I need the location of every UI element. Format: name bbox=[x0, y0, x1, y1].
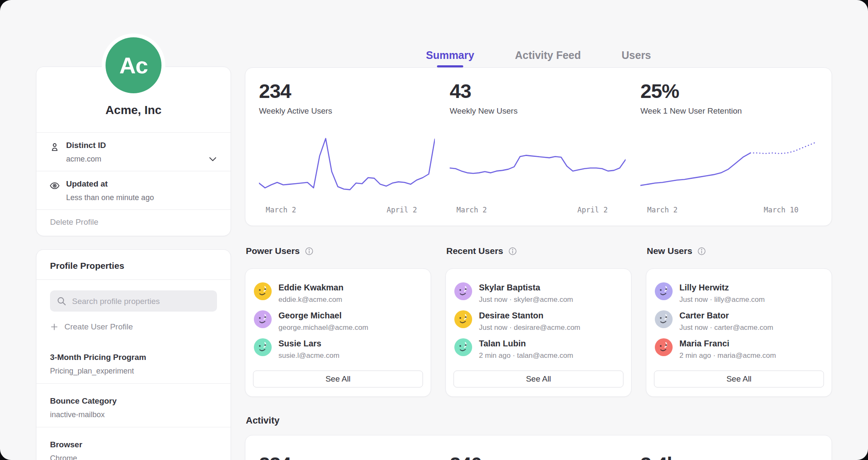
profile-field-list: Distinct IDacme.comUpdated atLess than o… bbox=[36, 132, 231, 234]
chevron-down-icon[interactable] bbox=[208, 154, 218, 164]
x-axis-start-label: March 2 bbox=[647, 206, 678, 214]
profile-field-updated-at: Updated atLess than one minute ago bbox=[36, 171, 231, 210]
property-name: 3-Month Pricing Program bbox=[50, 353, 217, 362]
profile-field-label: Updated at bbox=[66, 179, 217, 189]
user-list-item[interactable]: Desirae StantonJust now · desirare@acme.… bbox=[454, 310, 622, 332]
property-value: Pricing_plan_experiment bbox=[50, 367, 217, 376]
tab-bar: SummaryActivity FeedUsers bbox=[245, 47, 832, 67]
user-avatar bbox=[254, 310, 272, 328]
profile-field-value: acme.com bbox=[66, 155, 217, 164]
activity-stat-value: 240 bbox=[450, 454, 626, 460]
see-all-button[interactable]: See All bbox=[453, 371, 623, 388]
stat-label: Weekly New Users bbox=[450, 106, 626, 116]
user-info: Lilly HerwitzJust now · lilly@acme.com bbox=[679, 282, 765, 304]
x-axis-end-label: April 2 bbox=[577, 206, 608, 214]
see-all-button[interactable]: See All bbox=[253, 371, 423, 388]
activity-stat: 240 bbox=[450, 454, 626, 460]
x-axis-start-label: March 2 bbox=[456, 206, 487, 214]
user-name: Skylar Baptista bbox=[479, 282, 573, 293]
see-all-button[interactable]: See All bbox=[654, 371, 824, 388]
summary-stats-card: 234Weekly Active UsersMarch 2April 243We… bbox=[245, 67, 832, 226]
line-chart-week-1-new-user-retention bbox=[640, 133, 816, 200]
user-avatar bbox=[454, 310, 472, 328]
property-value: Chrome bbox=[50, 454, 217, 460]
x-axis-start-label: March 2 bbox=[266, 206, 296, 214]
user-detail: george.michael@acme.com bbox=[278, 323, 368, 332]
user-list-card: Skylar BaptistaJust now · skyler@acme.co… bbox=[445, 268, 632, 397]
tab-summary[interactable]: Summary bbox=[425, 47, 475, 67]
section-title: Recent Users bbox=[446, 246, 503, 256]
profile-field-label: Distinct ID bbox=[66, 141, 217, 150]
activity-stats-card: 2342403.4k bbox=[245, 435, 832, 460]
user-list-card: Eddie Kwakmaneddie.k@acme.comGeorge Mich… bbox=[245, 268, 431, 397]
info-icon[interactable] bbox=[508, 246, 517, 256]
stat-label: Weekly Active Users bbox=[259, 106, 435, 116]
line-chart-weekly-new-users bbox=[450, 133, 626, 200]
profile-properties-search[interactable] bbox=[50, 290, 217, 312]
activity-section-title: Activity bbox=[246, 415, 279, 426]
user-name: Susie Lars bbox=[278, 338, 339, 348]
summary-stat-weekly-new-users: 43Weekly New UsersMarch 2April 2 bbox=[450, 81, 626, 226]
user-list-card: Lilly HerwitzJust now · lilly@acme.comCa… bbox=[646, 268, 832, 397]
user-list-item[interactable]: Lilly HerwitzJust now · lilly@acme.com bbox=[655, 282, 822, 304]
chart-x-axis: March 2April 2 bbox=[450, 206, 626, 214]
activity-stat-value: 234 bbox=[259, 454, 435, 460]
user-detail: eddie.k@acme.com bbox=[278, 296, 343, 304]
profile-field-distinct-id[interactable]: Distinct IDacme.com bbox=[36, 133, 231, 171]
user-info: Skylar BaptistaJust now · skyler@acme.co… bbox=[479, 282, 573, 304]
user-name: Desirae Stanton bbox=[479, 310, 580, 321]
property-row-browser[interactable]: BrowserChrome bbox=[36, 427, 231, 460]
summary-stat-week-1-new-user-retention: 25%Week 1 New User RetentionMarch 2March… bbox=[640, 81, 816, 226]
eye-icon bbox=[49, 180, 60, 191]
user-list-item[interactable]: Maria Franci2 min ago · maria@acme.com bbox=[655, 338, 822, 360]
user-list-item[interactable]: Talan Lubin2 min ago · talan@acme.com bbox=[454, 338, 622, 360]
company-avatar: Ac bbox=[106, 37, 161, 93]
tab-users[interactable]: Users bbox=[621, 47, 652, 67]
section-header: New Users bbox=[647, 245, 832, 257]
delete-profile-button[interactable]: Delete Profile bbox=[36, 210, 231, 234]
property-row-3-month-pricing-program[interactable]: 3-Month Pricing ProgramPricing_plan_expe… bbox=[36, 340, 231, 383]
user-detail: susie.l@acme.com bbox=[278, 351, 339, 360]
user-detail: 2 min ago · maria@acme.com bbox=[679, 351, 776, 360]
user-name: Maria Franci bbox=[679, 338, 776, 348]
line-chart-weekly-active-users bbox=[259, 133, 435, 200]
chart-x-axis: March 2April 2 bbox=[259, 206, 435, 214]
user-avatar bbox=[454, 282, 472, 300]
user-avatar bbox=[655, 338, 673, 356]
property-row-bounce-category[interactable]: Bounce Categoryinactive-mailbox bbox=[36, 383, 231, 427]
user-info: Eddie Kwakmaneddie.k@acme.com bbox=[278, 282, 343, 304]
user-info: Susie Larssusie.l@acme.com bbox=[278, 338, 339, 360]
search-input[interactable] bbox=[71, 290, 212, 312]
user-name: Lilly Herwitz bbox=[679, 282, 765, 293]
profile-properties-list: 3-Month Pricing ProgramPricing_plan_expe… bbox=[36, 340, 231, 460]
info-icon[interactable] bbox=[697, 246, 707, 256]
user-list-item[interactable]: Susie Larssusie.l@acme.com bbox=[254, 338, 421, 360]
user-list-item[interactable]: Skylar BaptistaJust now · skyler@acme.co… bbox=[454, 282, 622, 304]
search-icon bbox=[56, 296, 67, 306]
user-info: Carter BatorJust now · carter@acme.com bbox=[679, 310, 773, 332]
user-section-power-users: Power UsersEddie Kwakmaneddie.k@acme.com… bbox=[245, 245, 431, 397]
info-icon[interactable] bbox=[304, 246, 314, 256]
user-avatar bbox=[655, 282, 673, 300]
activity-stat: 234 bbox=[259, 454, 435, 460]
stat-value: 234 bbox=[259, 81, 435, 101]
tab-activity-feed[interactable]: Activity Feed bbox=[514, 47, 582, 67]
user-info: Desirae StantonJust now · desirare@acme.… bbox=[479, 310, 580, 332]
user-info: Talan Lubin2 min ago · talan@acme.com bbox=[479, 338, 573, 360]
user-avatar bbox=[254, 338, 272, 356]
profile-properties-title: Profile Properties bbox=[36, 250, 231, 280]
user-list-item[interactable]: Eddie Kwakmaneddie.k@acme.com bbox=[254, 282, 421, 304]
summary-stat-weekly-active-users: 234Weekly Active UsersMarch 2April 2 bbox=[259, 81, 435, 226]
create-user-profile-button[interactable]: Create User Profile bbox=[50, 322, 217, 332]
stat-value: 25% bbox=[640, 81, 816, 101]
user-detail: 2 min ago · talan@acme.com bbox=[479, 351, 573, 360]
user-list-item[interactable]: Carter BatorJust now · carter@acme.com bbox=[655, 310, 822, 332]
property-name: Browser bbox=[50, 440, 217, 449]
plus-icon bbox=[50, 323, 58, 331]
user-info: George Michaelgeorge.michael@acme.com bbox=[278, 310, 368, 332]
user-list-item[interactable]: George Michaelgeorge.michael@acme.com bbox=[254, 310, 421, 332]
user-name: Carter Bator bbox=[679, 310, 773, 321]
section-header: Recent Users bbox=[446, 245, 632, 257]
user-avatar bbox=[454, 338, 472, 356]
user-detail: Just now · carter@acme.com bbox=[679, 323, 773, 332]
